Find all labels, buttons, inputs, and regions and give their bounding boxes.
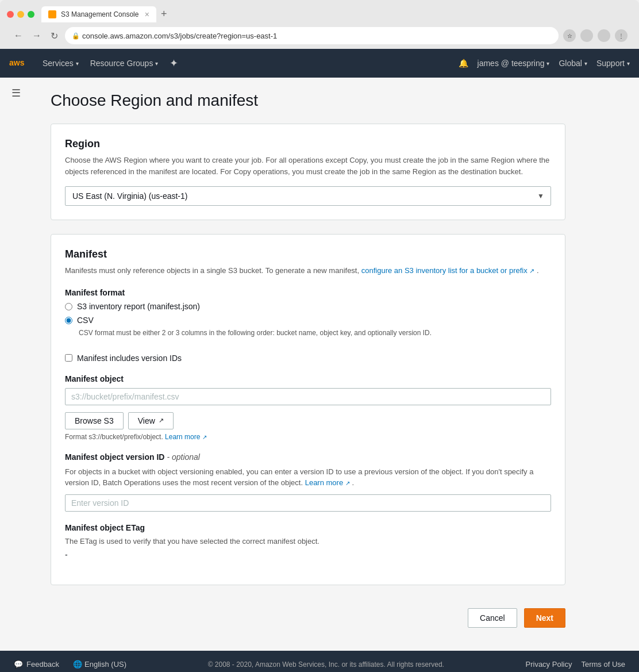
close-window-button[interactable] [7,11,14,18]
manifest-format-label: Manifest format [65,288,551,297]
aws-logo[interactable]: aws [9,56,31,70]
aws-logo-icon: aws [9,56,31,70]
profile-button[interactable] [598,29,610,42]
etag-group: Manifest object ETag The ETag is used to… [65,523,551,559]
version-id-learn-more-link[interactable]: Learn more ↗ [305,478,352,487]
format-inventory-radio[interactable] [65,303,72,310]
content-area: Choose Region and manifest Region Choose… [32,78,584,651]
url-text: console.aws.amazon.com/s3/jobs/create?re… [82,32,277,40]
terms-of-use-link[interactable]: Terms of Use [581,660,625,669]
hamburger-icon[interactable]: ☰ [11,87,21,99]
browser-tab[interactable]: S3 Management Console × [41,6,156,22]
format-csv-option[interactable]: CSV [65,316,551,325]
version-learn-more-external-icon: ↗ [345,480,350,486]
manifest-object-label: Manifest object [65,374,551,383]
configure-s3-inventory-link[interactable]: configure an S3 inventory list for a buc… [361,266,537,275]
version-id-optional: - optional [167,452,200,462]
globe-icon: 🌐 [73,660,82,669]
services-nav-item[interactable]: Services ▾ [43,59,79,68]
tab-title: S3 Management Console [61,10,138,18]
version-ids-label: Manifest includes version IDs [77,354,182,363]
version-id-input[interactable] [65,494,551,512]
manifest-card-description: Manifests must only reference objects in… [65,265,551,277]
feedback-button[interactable]: 💬 Feedback [14,660,59,669]
refresh-button[interactable]: ↻ [48,29,60,43]
version-ids-checkbox-option[interactable]: Manifest includes version IDs [65,354,551,363]
manifest-card: Manifest Manifests must only reference o… [51,234,565,585]
external-link-icon: ↗ [159,417,164,424]
region-card: Region Choose the AWS Region where you w… [51,124,565,220]
nav-right: 🔔 james @ teespring ▾ Global ▾ Support ▾ [459,59,630,68]
forward-button[interactable]: → [30,29,44,42]
region-select[interactable]: US East (N. Virginia) (us-east-1) [65,186,551,206]
browse-s3-button[interactable]: Browse S3 [65,412,124,429]
user-chevron-icon: ▾ [546,60,549,67]
aws-navbar: aws Services ▾ Resource Groups ▾ ✦ 🔔 jam… [0,49,639,78]
manifest-object-group: Manifest object Browse S3 View ↗ Format … [65,374,551,441]
region-card-title: Region [65,138,551,150]
format-csv-radio[interactable] [65,317,72,324]
manifest-object-buttons: Browse S3 View ↗ [65,412,551,429]
menu-button[interactable]: ⋮ [615,29,628,42]
privacy-policy-link[interactable]: Privacy Policy [526,660,572,669]
manifest-card-title: Manifest [65,248,551,260]
region-select-wrapper: US East (N. Virginia) (us-east-1) ▼ [65,186,551,206]
format-inventory-option[interactable]: S3 inventory report (manifest.json) [65,302,551,311]
version-id-description: For objects in a bucket with object vers… [65,466,551,489]
resource-groups-nav-item[interactable]: Resource Groups ▾ [90,59,159,68]
manifest-object-input[interactable] [65,388,551,405]
etag-value: - [65,550,551,559]
format-csv-label: CSV [77,316,94,325]
services-chevron-icon: ▾ [76,60,79,67]
cancel-button[interactable]: Cancel [468,608,517,628]
minimize-window-button[interactable] [17,11,24,18]
bottom-actions: Cancel Next [51,599,565,637]
copyright-text: © 2008 - 2020, Amazon Web Services, Inc.… [140,661,511,669]
language-selector[interactable]: 🌐 English (US) [73,660,126,669]
page-title: Choose Region and manifest [51,91,565,110]
format-csv-sublabel: CSV format must be either 2 or 3 columns… [79,329,432,337]
version-id-group: Manifest object version ID - optional Fo… [65,452,551,512]
maximize-window-button[interactable] [28,11,34,18]
version-id-label: Manifest object version ID - optional [65,452,551,462]
global-chevron-icon: ▾ [584,60,587,67]
etag-label: Manifest object ETag [65,523,551,532]
support-menu[interactable]: Support ▾ [596,59,630,68]
support-chevron-icon: ▾ [627,60,630,67]
user-menu[interactable]: james @ teespring ▾ [478,59,550,68]
etag-description: The ETag is used to verify that you have… [65,537,551,546]
view-button[interactable]: View ↗ [128,412,174,429]
version-ids-checkbox[interactable] [65,354,72,362]
extensions-button[interactable] [580,29,593,42]
format-inventory-label: S3 inventory report (manifest.json) [77,302,200,311]
back-button[interactable]: ← [11,29,25,42]
main-wrapper: ☰ Choose Region and manifest Region Choo… [0,78,639,651]
tab-favicon [48,10,56,18]
bookmark-button[interactable]: ☆ [563,29,576,42]
global-menu[interactable]: Global ▾ [559,59,587,68]
manifest-format-radio-group: S3 inventory report (manifest.json) CSV … [65,302,551,342]
notifications-button[interactable]: 🔔 [459,59,468,68]
resource-groups-chevron-icon: ▾ [155,60,158,67]
sidebar-toggle[interactable]: ☰ [0,78,32,651]
svg-text:aws: aws [9,58,25,67]
learn-more-link[interactable]: Learn more ↗ [165,433,207,441]
format-hint: Format s3://bucket/prefix/object. Learn … [65,433,551,441]
footer-links: Privacy Policy Terms of Use [526,660,626,669]
next-button[interactable]: Next [524,608,565,628]
tab-close-button[interactable]: × [145,10,149,19]
address-bar[interactable]: 🔒 console.aws.amazon.com/s3/jobs/create?… [65,27,559,44]
lock-icon: 🔒 [72,32,80,40]
external-link-icon: ↗ [529,267,534,274]
feedback-icon: 💬 [14,660,23,669]
learn-more-external-icon: ↗ [202,434,207,440]
new-tab-button[interactable]: + [156,6,172,22]
pin-icon[interactable]: ✦ [170,57,178,70]
footer: 💬 Feedback 🌐 English (US) © 2008 - 2020,… [0,651,639,673]
region-card-description: Choose the AWS Region where you want to … [65,155,551,177]
manifest-format-group: Manifest format S3 inventory report (man… [65,288,551,342]
